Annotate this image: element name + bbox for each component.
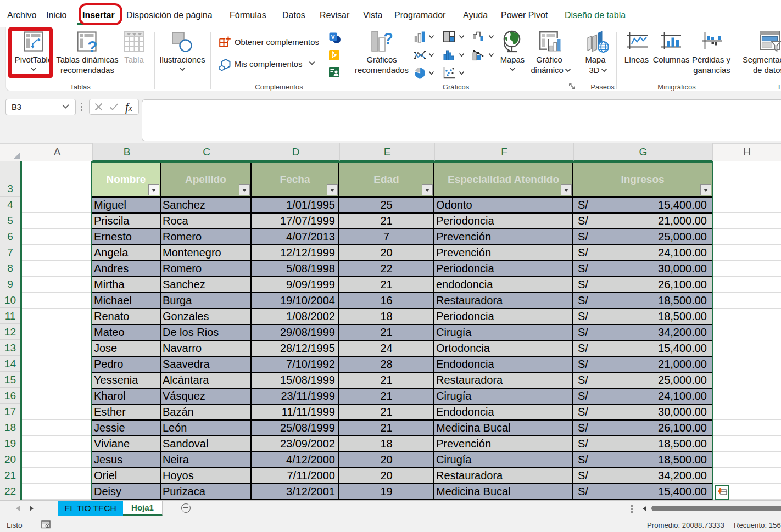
svg-text:V: V [331, 33, 336, 40]
svg-text:?: ? [383, 30, 393, 47]
svg-text:?: ? [87, 37, 97, 55]
